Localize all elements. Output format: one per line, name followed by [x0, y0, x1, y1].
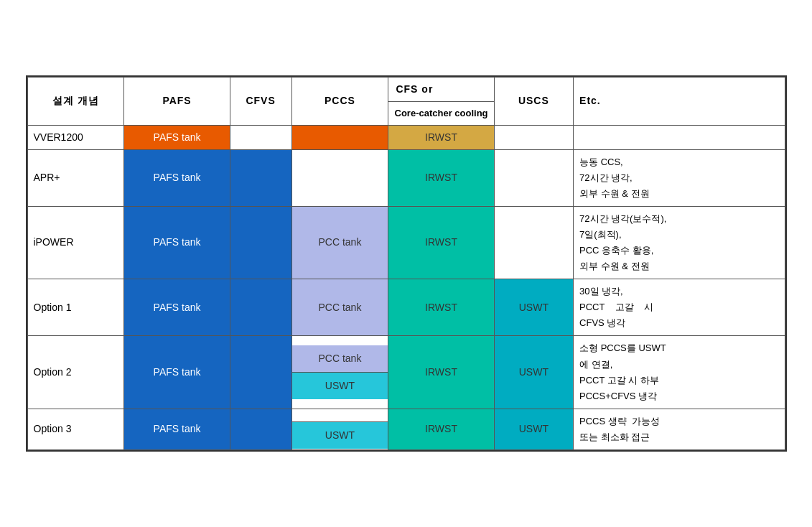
pafs-cell-apr: PAFS tank: [124, 149, 230, 206]
uscs-cell-vver1200: [494, 125, 573, 149]
cfs-cell-option1: IRWST: [388, 279, 494, 336]
pafs-cell-ipower: PAFS tank: [124, 206, 230, 279]
design-cell-option2: Option 2: [27, 336, 124, 409]
cfvs-cell-apr: [230, 149, 291, 206]
col-header-pafs: PAFS: [124, 78, 230, 126]
cfs-cell-ipower: IRWST: [388, 206, 494, 279]
pccs-cell-apr: [291, 149, 388, 206]
pccs-cell-option1: PCC tank: [291, 279, 388, 336]
comparison-table: 설계 개념 PAFS CFVS PCCS CFS or USCS Etc. Co…: [27, 77, 785, 450]
uscs-cell-option1: USWT: [494, 279, 573, 336]
table-row: Option 3 PAFS tank USWT IRWST USWT PCCS …: [27, 409, 785, 449]
cfvs-cell-option2: [230, 336, 291, 409]
col-header-pccs: PCCS: [291, 78, 388, 126]
table-header-row: 설계 개념 PAFS CFVS PCCS CFS or USCS Etc.: [27, 78, 785, 102]
col-header-cfvs: CFVS: [230, 78, 291, 126]
cfvs-cell-vver1200: [230, 125, 291, 149]
cfvs-cell-option1: [230, 279, 291, 336]
design-cell-apr: APR+: [27, 149, 124, 206]
pafs-cell-option3: PAFS tank: [124, 409, 230, 449]
uscs-cell-option2: USWT: [494, 336, 573, 409]
col-header-cfs: CFS or: [388, 78, 494, 102]
design-cell-vver1200: VVER1200: [27, 125, 124, 149]
table-row: Option 2 PAFS tank PCC tank USWT IRWST U…: [27, 336, 785, 409]
col-header-etc: Etc.: [574, 78, 785, 126]
etc-cell-option3: PCCS 생략 가능성또는 최소화 접근: [574, 409, 785, 449]
pafs-cell-option1: PAFS tank: [124, 279, 230, 336]
pafs-cell-option2: PAFS tank: [124, 336, 230, 409]
uscs-cell-option3: USWT: [494, 409, 573, 449]
design-cell-option1: Option 1: [27, 279, 124, 336]
design-cell-option3: Option 3: [27, 409, 124, 449]
cfs-cell-vver1200: IRWST: [388, 125, 494, 149]
cfvs-cell-option3: [230, 409, 291, 449]
pccs-cell-vver1200: [291, 125, 388, 149]
cfs-cell-option2: IRWST: [388, 336, 494, 409]
col-header-uscs: USCS: [494, 78, 573, 126]
pccs-cell-option2: PCC tank USWT: [291, 336, 388, 409]
pccs-cell-option3: USWT: [291, 409, 388, 449]
cfs-cell-apr: IRWST: [388, 149, 494, 206]
uscs-cell-apr: [494, 149, 573, 206]
main-table-wrapper: 설계 개념 PAFS CFVS PCCS CFS or USCS Etc. Co…: [26, 75, 787, 452]
col-header-cfs-sub: Core-catcher cooling: [388, 102, 494, 126]
table-row: Option 1 PAFS tank PCC tank IRWST USWT 3…: [27, 279, 785, 336]
col-header-design: 설계 개념: [27, 78, 124, 126]
etc-cell-apr: 능동 CCS,72시간 냉각,외부 수원 & 전원: [574, 149, 785, 206]
cfs-cell-option3: IRWST: [388, 409, 494, 449]
table-row: VVER1200 PAFS tank IRWST: [27, 125, 785, 149]
etc-cell-ipower: 72시간 냉각(보수적),7일(최적),PCC 응축수 활용,외부 수원 & 전…: [574, 206, 785, 279]
uscs-cell-ipower: [494, 206, 573, 279]
table-row: iPOWER PAFS tank PCC tank IRWST 72시간 냉각(…: [27, 206, 785, 279]
pafs-cell-vver1200: PAFS tank: [124, 125, 230, 149]
cfvs-cell-ipower: [230, 206, 291, 279]
pccs-cell-ipower: PCC tank: [291, 206, 388, 279]
design-cell-ipower: iPOWER: [27, 206, 124, 279]
table-row: APR+ PAFS tank IRWST 능동 CCS,72시간 냉각,외부 수…: [27, 149, 785, 206]
etc-cell-option2: 소형 PCCS를 USWT에 연결,PCCT 고갈 시 하부PCCS+CFVS …: [574, 336, 785, 409]
etc-cell-option1: 30일 냉각,PCCT 고갈 시CFVS 냉각: [574, 279, 785, 336]
etc-cell-vver1200: [574, 125, 785, 149]
